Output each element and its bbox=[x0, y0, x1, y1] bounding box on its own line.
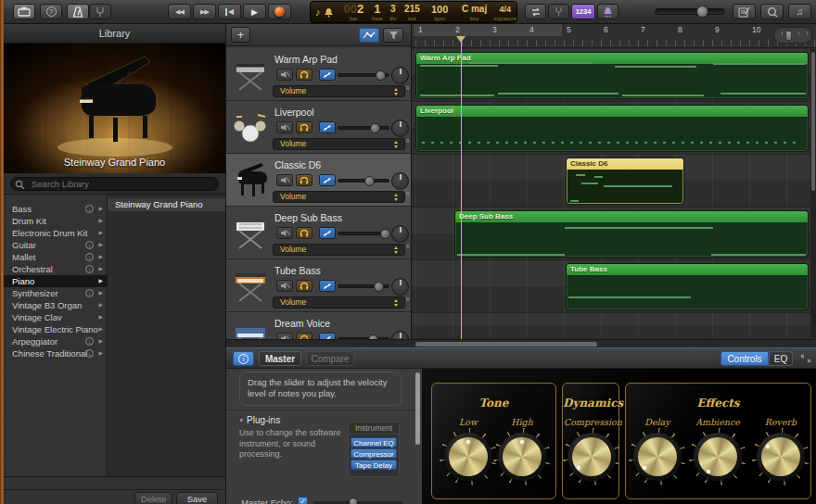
master-echo-thumb[interactable] bbox=[349, 498, 358, 504]
inspector-scrollbar-thumb[interactable] bbox=[415, 372, 420, 445]
region-warm-arp-pad[interactable]: Warm Arp Pad bbox=[415, 52, 809, 99]
category-drum-kit[interactable]: Drum Kit▶ bbox=[4, 215, 107, 227]
region-classic-d6[interactable]: Classic D6 bbox=[566, 158, 684, 205]
mute-button[interactable] bbox=[276, 174, 293, 186]
track-row-tube-bass[interactable]: Tube Bass L R Volume bbox=[226, 259, 411, 312]
quick-help-button[interactable]: ? bbox=[40, 4, 62, 19]
automation-button[interactable] bbox=[359, 28, 379, 43]
plugin-compressor[interactable]: Compressor bbox=[351, 448, 397, 459]
play-button[interactable]: ▶ bbox=[243, 4, 266, 19]
region-liverpool[interactable]: Liverpool bbox=[415, 105, 809, 152]
track-volume-thumb[interactable] bbox=[370, 123, 380, 133]
track-volume-thumb[interactable] bbox=[374, 282, 384, 292]
track-volume-slider[interactable] bbox=[338, 284, 389, 288]
ambience-knob[interactable] bbox=[689, 428, 746, 485]
solo-button[interactable] bbox=[296, 280, 312, 292]
lcd-tick[interactable]: 215 tick bbox=[401, 2, 425, 22]
region-tube-bass[interactable]: Tube Bass bbox=[566, 263, 809, 310]
inspector-toggle-button[interactable]: i bbox=[233, 351, 254, 366]
ruler[interactable]: 1 2 3 4 5 6 7 8 9 10 11 bbox=[412, 24, 816, 48]
solo-button[interactable] bbox=[296, 174, 312, 186]
solo-button[interactable] bbox=[296, 69, 312, 81]
eq-tab[interactable]: EQ bbox=[769, 351, 793, 366]
automation-param-select[interactable]: Volume bbox=[273, 244, 405, 256]
category-synthesizer[interactable]: Synthesizer↓▶ bbox=[4, 287, 107, 299]
automation-param-select[interactable]: Volume bbox=[273, 296, 405, 309]
library-toggle-button[interactable] bbox=[13, 4, 35, 19]
high-knob[interactable] bbox=[493, 428, 551, 485]
automation-param-select[interactable]: Volume bbox=[273, 138, 405, 150]
track-row-liverpool[interactable]: Liverpool L R Volume bbox=[226, 101, 411, 154]
category-orchestral[interactable]: Orchestral↓▶ bbox=[4, 263, 107, 275]
resize-icon[interactable] bbox=[800, 354, 811, 363]
zoom-slider-thumb[interactable] bbox=[785, 31, 792, 41]
low-knob[interactable] bbox=[440, 428, 497, 485]
pan-knob[interactable] bbox=[391, 278, 409, 296]
lcd-beat[interactable]: 1 beat bbox=[369, 2, 386, 22]
lane-dream-voice[interactable] bbox=[412, 313, 810, 339]
track-volume-slider[interactable] bbox=[338, 126, 389, 130]
tuner-button[interactable] bbox=[89, 4, 111, 19]
controls-tab[interactable]: Controls bbox=[720, 351, 769, 366]
track-automation-toggle[interactable] bbox=[319, 174, 336, 186]
pan-knob[interactable] bbox=[391, 172, 409, 190]
compare-button[interactable]: Compare bbox=[306, 351, 354, 366]
mute-button[interactable] bbox=[276, 227, 293, 239]
lane-liverpool[interactable]: Liverpool bbox=[412, 102, 810, 155]
lcd-bpm[interactable]: 100 bpm bbox=[424, 2, 455, 22]
category-arpeggiator[interactable]: Arpeggiator↓▶ bbox=[4, 335, 107, 347]
lane-classic-d6[interactable]: Classic D6 bbox=[412, 155, 810, 208]
forward-button[interactable]: ▶▶ bbox=[193, 4, 216, 19]
track-volume-slider[interactable] bbox=[338, 232, 389, 235]
zoom-slider[interactable] bbox=[773, 27, 812, 44]
category-bass[interactable]: Bass↓▶ bbox=[4, 203, 107, 215]
lcd-display[interactable]: ♪ 002 bar 1 beat 3 div 215 tick 100 bpm bbox=[310, 1, 517, 23]
playhead-line[interactable] bbox=[461, 36, 462, 339]
plugin-channel-eq[interactable]: Channel EQ bbox=[351, 437, 397, 447]
track-automation-toggle[interactable] bbox=[319, 227, 336, 239]
disclosure-icon[interactable]: ▼ bbox=[238, 417, 244, 423]
notepad-button[interactable] bbox=[733, 4, 756, 19]
pan-knob[interactable] bbox=[391, 67, 409, 84]
mute-button[interactable] bbox=[276, 121, 293, 133]
lcd-bar[interactable]: 002 bar bbox=[338, 2, 370, 22]
record-button[interactable] bbox=[268, 4, 291, 19]
mute-button[interactable] bbox=[276, 69, 293, 81]
horizontal-scrollbar[interactable] bbox=[226, 339, 816, 347]
track-volume-thumb[interactable] bbox=[380, 229, 390, 239]
track-row-classic-d6[interactable]: Classic D6 L R Volume bbox=[226, 154, 411, 207]
vertical-scrollbar[interactable] bbox=[810, 49, 816, 338]
track-automation-toggle[interactable] bbox=[319, 121, 336, 133]
track-volume-thumb[interactable] bbox=[376, 70, 386, 81]
delete-button[interactable]: Delete bbox=[134, 492, 172, 504]
metronome-toggle-button[interactable] bbox=[597, 4, 618, 19]
add-track-button[interactable]: + bbox=[231, 27, 250, 43]
master-echo-checkbox[interactable]: ✓ bbox=[298, 497, 308, 504]
instrument-slot-label[interactable]: Instrument bbox=[349, 422, 399, 435]
pan-knob[interactable] bbox=[391, 120, 409, 137]
track-volume-slider[interactable] bbox=[338, 179, 389, 183]
solo-button[interactable] bbox=[296, 227, 312, 239]
category-piano[interactable]: Piano▶ bbox=[4, 275, 107, 287]
category-chinese-traditional[interactable]: Chinese Traditional↓▶ bbox=[4, 347, 107, 359]
category-vintage-electric-piano[interactable]: Vintage Electric Piano▶ bbox=[4, 323, 107, 335]
automation-param-select[interactable]: Volume bbox=[273, 191, 405, 203]
lane-warm-arp-pad[interactable]: Warm Arp Pad bbox=[412, 49, 810, 102]
loop-browser-button[interactable] bbox=[760, 4, 784, 19]
solo-button[interactable] bbox=[296, 121, 312, 133]
region-deep-sub-bass[interactable]: Deep Sub Bass bbox=[454, 210, 809, 258]
search-input[interactable] bbox=[10, 177, 219, 191]
reverb-knob[interactable] bbox=[752, 428, 810, 485]
plugin-tape-delay[interactable]: Tape Delay bbox=[351, 460, 397, 470]
track-automation-toggle[interactable] bbox=[319, 69, 336, 81]
patch-steinway-grand-piano[interactable]: Steinway Grand Piano bbox=[108, 198, 225, 211]
track-volume-slider[interactable] bbox=[338, 73, 389, 77]
vertical-scrollbar-thumb[interactable] bbox=[811, 52, 815, 191]
inspector-scrollbar[interactable] bbox=[415, 372, 420, 484]
track-row-warm-arp-pad[interactable]: Warm Arp Pad L R Volume bbox=[226, 48, 411, 101]
track-filter-button[interactable] bbox=[383, 28, 403, 43]
rewind-button[interactable]: ◀◀ bbox=[168, 4, 191, 19]
lcd-mode-icons[interactable]: ♪ bbox=[311, 2, 338, 22]
media-browser-button[interactable]: ♫ bbox=[788, 4, 811, 19]
playhead-marker[interactable] bbox=[456, 36, 465, 43]
